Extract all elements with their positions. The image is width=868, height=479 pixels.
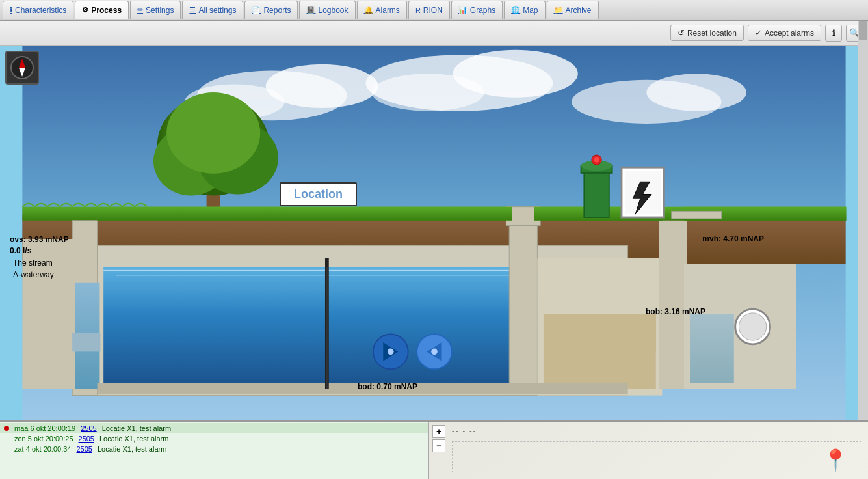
- svg-point-8: [646, 74, 746, 111]
- scroll-thumb: [859, 21, 867, 40]
- tab-rion-label: RION: [423, 6, 443, 15]
- bob-value: bob: 3.16 mNAP: [646, 307, 705, 316]
- log-time-1: maa 6 okt 20:00:19: [14, 424, 75, 432]
- svg-point-42: [388, 349, 394, 355]
- svg-point-54: [594, 157, 599, 163]
- svg-rect-37: [72, 333, 100, 352]
- ovs-reading: ovs: 3.93 mNAP 0.0 l/s: [10, 234, 69, 256]
- accept-alarms-icon: ✓: [755, 28, 762, 38]
- bottom-area: maa 6 okt 20:00:19 2505 Locatie X1, test…: [0, 420, 868, 479]
- svg-rect-24: [509, 221, 537, 389]
- compass-button[interactable]: [5, 51, 39, 85]
- map-panel: + − -- - -- 📍: [429, 422, 868, 479]
- stream-line1: The stream: [13, 257, 54, 269]
- map-grid: [452, 441, 861, 472]
- tab-bar: ℹ Characteristics ⚙ Process ✏ Settings ☰…: [0, 0, 868, 21]
- log-msg-1: Locatie X1, test alarm: [102, 424, 171, 432]
- svg-rect-60: [360, 392, 472, 406]
- log-id-2[interactable]: 2505: [79, 435, 94, 443]
- tab-archive[interactable]: 📁 Archive: [547, 1, 599, 19]
- tab-archive-label: Archive: [566, 6, 592, 15]
- characteristics-icon: ℹ: [10, 6, 12, 14]
- map-location-pin: 📍: [822, 448, 848, 472]
- log-row: zat 4 okt 20:00:34 2505 Locatie X1, test…: [0, 444, 428, 454]
- svg-rect-29: [659, 221, 687, 389]
- tab-map-label: Map: [523, 6, 538, 15]
- tab-rion[interactable]: R RION: [408, 1, 450, 19]
- mvh-value: mvh: 4.70 mNAP: [702, 234, 764, 243]
- svg-rect-47: [98, 207, 512, 221]
- toolbar: ↺ Reset location ✓ Accept alarms ℹ 🔍: [0, 21, 868, 46]
- log-id-3[interactable]: 2505: [76, 445, 92, 453]
- process-illustration: [0, 46, 868, 420]
- scrollbar[interactable]: [858, 21, 868, 420]
- logbook-icon: 📓: [306, 6, 315, 14]
- main-area: Location ovs: 3.93 mNAP 0.0 l/s mvh: 4.7…: [0, 46, 868, 479]
- tab-process[interactable]: ⚙ Process: [75, 1, 129, 19]
- graphs-icon: 📊: [458, 6, 467, 14]
- location-label: Location: [280, 182, 357, 206]
- map-icon: 🌐: [511, 6, 520, 14]
- stream-line2: A-waterway: [13, 269, 54, 281]
- svg-rect-58: [672, 211, 722, 219]
- tab-logbook[interactable]: 📓 Logbook: [299, 1, 355, 19]
- accept-alarms-button[interactable]: ✓ Accept alarms: [748, 25, 821, 41]
- svg-point-45: [431, 349, 438, 355]
- tab-map[interactable]: 🌐 Map: [504, 1, 545, 19]
- reports-icon: 📄: [252, 6, 261, 14]
- all-settings-icon: ☰: [189, 6, 196, 14]
- map-controls: + −: [432, 425, 445, 452]
- alarms-icon: 🔔: [364, 6, 373, 14]
- log-time-3: zat 4 okt 20:00:34: [14, 445, 71, 453]
- rion-icon: R: [415, 7, 421, 14]
- bob-reading: bob: 3.16 mNAP: [646, 307, 705, 316]
- ovs-flow: 0.0 l/s: [10, 245, 69, 256]
- reset-location-button[interactable]: ↺ Reset location: [670, 25, 744, 41]
- stream-label: The stream A-waterway: [13, 257, 54, 281]
- reset-location-label: Reset location: [687, 29, 737, 38]
- archive-icon: 📁: [554, 6, 563, 14]
- process-view: Location ovs: 3.93 mNAP 0.0 l/s mvh: 4.7…: [0, 46, 868, 420]
- mvh-reading: mvh: 4.70 mNAP: [702, 234, 764, 243]
- log-msg-2: Locatie X1, test alarm: [99, 435, 168, 443]
- log-id-1[interactable]: 2505: [81, 424, 96, 432]
- tab-process-label: Process: [91, 6, 122, 15]
- log-msg-3: Locatie X1, test alarm: [98, 445, 166, 453]
- bod-reading: bod: 0.70 mNAP: [358, 382, 417, 391]
- tab-graphs[interactable]: 📊 Graphs: [451, 1, 503, 19]
- svg-rect-50: [584, 167, 609, 217]
- tab-alarms-label: Alarms: [376, 6, 400, 15]
- info-icon: ℹ: [832, 28, 835, 38]
- tab-all-settings[interactable]: ☰ All settings: [182, 1, 243, 19]
- compass-north: [19, 59, 25, 68]
- svg-point-13: [166, 92, 260, 174]
- svg-rect-28: [544, 314, 656, 352]
- bod-value: bod: 0.70 mNAP: [358, 382, 417, 391]
- map-dashes: -- - --: [452, 427, 477, 435]
- svg-point-34: [739, 313, 766, 340]
- log-time-2: zon 5 okt 20:00:25: [14, 435, 73, 443]
- tab-reports[interactable]: 📄 Reports: [244, 1, 298, 19]
- tab-settings[interactable]: ✏ Settings: [130, 1, 181, 19]
- reset-location-icon: ↺: [677, 28, 685, 38]
- settings-icon: ✏: [137, 6, 143, 14]
- log-panel: maa 6 okt 20:00:19 2505 Locatie X1, test…: [0, 422, 429, 479]
- map-zoom-out-button[interactable]: −: [432, 439, 445, 452]
- log-row: maa 6 okt 20:00:19 2505 Locatie X1, test…: [0, 423, 428, 433]
- tab-characteristics[interactable]: ℹ Characteristics: [3, 1, 73, 19]
- tab-characteristics-label: Characteristics: [15, 6, 66, 15]
- tab-alarms[interactable]: 🔔 Alarms: [357, 1, 407, 19]
- tab-settings-label: Settings: [146, 6, 174, 15]
- compass-inner: [10, 56, 34, 79]
- tab-graphs-label: Graphs: [470, 6, 495, 15]
- svg-point-6: [372, 74, 484, 111]
- tab-reports-label: Reports: [263, 6, 291, 15]
- accept-alarms-label: Accept alarms: [765, 29, 814, 38]
- process-icon: ⚙: [82, 6, 88, 14]
- warning-indicator: [4, 426, 9, 431]
- location-text: Location: [294, 187, 343, 200]
- tab-logbook-label: Logbook: [318, 6, 348, 15]
- info-button[interactable]: ℹ: [825, 25, 842, 42]
- ovs-value: ovs: 3.93 mNAP: [10, 234, 69, 245]
- map-zoom-in-button[interactable]: +: [432, 425, 445, 438]
